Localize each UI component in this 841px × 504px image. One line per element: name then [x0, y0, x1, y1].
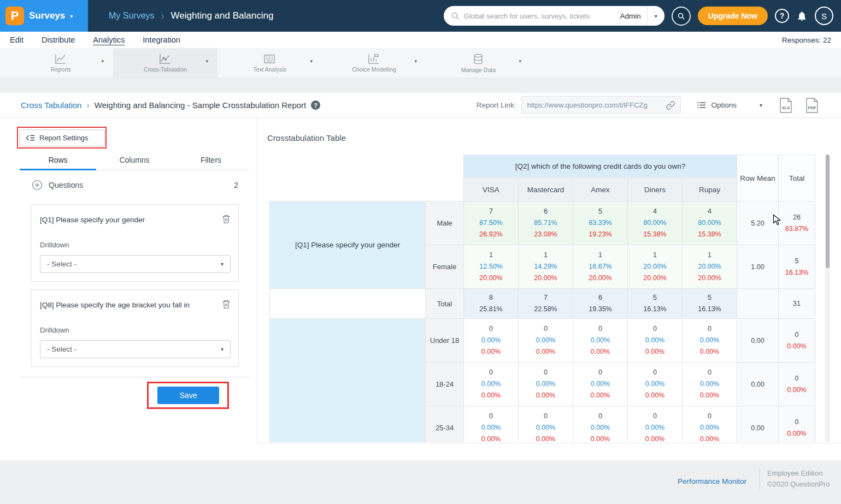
data-cell: 00.00%0.00%: [628, 319, 683, 363]
tool-cross-tabulation[interactable]: Cross-Tabulation ▾: [113, 48, 217, 78]
chevron-down-icon[interactable]: ▾: [205, 58, 208, 64]
data-cell: 00.00%0.00%: [628, 363, 683, 406]
crosstab-table-container: [Q2] which of the following credit cards…: [269, 155, 819, 442]
breadcrumb-my-surveys[interactable]: My Surveys: [109, 11, 155, 21]
export-pdf-button[interactable]: PDF: [805, 98, 819, 113]
topbar-actions: Admin ▾ Upgrade Now ? S: [444, 6, 841, 26]
divider: [20, 377, 249, 377]
cross-tabulation-icon: [159, 54, 171, 64]
breadcrumb: My Surveys › Weighting and Balancing: [109, 10, 273, 21]
report-link-box: [521, 96, 681, 114]
drilldown-label: Drilldown: [40, 241, 69, 249]
tab-filters[interactable]: Filters: [173, 153, 249, 170]
nav-analytics[interactable]: Analytics: [93, 35, 125, 44]
scrollbar-track[interactable]: [825, 155, 830, 442]
tool-label: Text Analysis: [253, 66, 286, 73]
chevron-down-icon[interactable]: ▾: [414, 58, 417, 64]
row-total-cell: 516.13%: [779, 245, 815, 289]
help-badge-icon[interactable]: ?: [311, 100, 320, 110]
nav-edit[interactable]: Edit: [10, 35, 23, 44]
spacer-strip: [0, 78, 841, 93]
data-cell: 00.00%0.00%: [683, 406, 737, 443]
upgrade-now-button[interactable]: Upgrade Now: [698, 7, 768, 25]
select-value: - Select -: [47, 260, 77, 268]
data-cell: 00.00%0.00%: [573, 406, 628, 443]
notifications-bell-icon[interactable]: [796, 10, 808, 22]
tool-text-analysis[interactable]: Text Analysis ▾: [217, 48, 322, 78]
data-cell: 825.81%: [464, 289, 519, 319]
row-label: Total: [426, 289, 464, 319]
help-icon[interactable]: ?: [775, 9, 789, 23]
drilldown-select[interactable]: - Select - ▾: [40, 255, 231, 273]
data-cell: 120.00%20.00%: [683, 245, 737, 289]
tool-manage-data[interactable]: Manage Data ▾: [426, 48, 531, 78]
table-row: Under 1800.00%0.00%00.00%0.00%00.00%0.00…: [270, 319, 815, 363]
tool-label: Choice Modelling: [352, 66, 396, 73]
chevron-down-icon[interactable]: ▾: [519, 58, 521, 64]
chevron-down-icon: ▾: [70, 13, 73, 19]
options-button[interactable]: Options: [697, 101, 737, 109]
questionpro-logo: P: [5, 7, 24, 25]
surveys-menu-button[interactable]: P Surveys ▾: [0, 0, 88, 32]
export-xls-button[interactable]: XLS: [779, 98, 793, 113]
total-header: Total: [779, 155, 815, 201]
page: { "topbar": { "logo_letter": "P", "produ…: [0, 0, 841, 504]
chevron-down-icon[interactable]: ▾: [647, 6, 664, 26]
pdf-label: PDF: [808, 105, 816, 110]
chevron-down-icon[interactable]: ▾: [101, 58, 104, 64]
row-mean-cell: 0.00: [737, 319, 779, 363]
report-settings-button[interactable]: Report Settings: [20, 129, 105, 146]
questions-header: Questions 2: [32, 180, 238, 191]
search-submit-button[interactable]: [672, 7, 691, 26]
performance-monitor-link[interactable]: Performance Monitor: [678, 477, 746, 485]
tool-label: Reports: [51, 66, 71, 73]
user-avatar[interactable]: S: [815, 7, 833, 25]
link-icon[interactable]: [666, 100, 675, 110]
choice-modelling-icon: [368, 54, 380, 64]
search-input[interactable]: [460, 12, 614, 20]
cross-tabulation-link[interactable]: Cross Tabulation: [21, 100, 81, 110]
data-cell: 120.00%20.00%: [628, 245, 683, 289]
search-icon: [451, 11, 460, 20]
add-question-icon[interactable]: [32, 180, 43, 191]
tab-rows[interactable]: Rows: [20, 153, 96, 170]
chevron-down-icon: ▾: [221, 346, 224, 352]
questions-label: Questions: [49, 181, 83, 189]
data-cell: 722.58%: [519, 289, 573, 319]
table-row: [Q1] Please specify your genderMale787.5…: [270, 201, 815, 245]
trash-icon[interactable]: [222, 214, 231, 224]
trash-icon[interactable]: [222, 299, 231, 309]
drilldown-select[interactable]: - Select - ▾: [40, 340, 231, 358]
nav-distribute[interactable]: Distribute: [42, 35, 75, 44]
data-cell: 00.00%0.00%: [628, 406, 683, 443]
tab-columns[interactable]: Columns: [96, 153, 173, 170]
options-label: Options: [711, 101, 737, 109]
column-header-diners: Diners: [628, 178, 683, 201]
report-link-input[interactable]: [527, 101, 666, 109]
data-cell: 516.13%: [683, 289, 737, 319]
save-button[interactable]: Save: [157, 387, 219, 404]
table-header-banner-row: [Q2] which of the following credit cards…: [270, 155, 815, 178]
data-cell: 00.00%0.00%: [519, 363, 573, 406]
nav-integration[interactable]: Integration: [143, 35, 180, 44]
report-settings-panel: Report Settings Rows Columns Filters Que…: [0, 118, 257, 443]
column-header-mastercard: Mastercard: [519, 178, 573, 201]
search-scope-selector[interactable]: Admin: [614, 12, 647, 20]
data-cell: 00.00%0.00%: [683, 363, 737, 406]
tool-reports[interactable]: Reports ▾: [9, 48, 113, 78]
scrollbar-thumb[interactable]: [826, 155, 830, 268]
tool-choice-modelling[interactable]: Choice Modelling ▾: [322, 48, 426, 78]
data-cell: 685.71%23.08%: [519, 201, 573, 245]
chevron-down-icon: ▾: [221, 261, 224, 267]
main-content: Report Settings Rows Columns Filters Que…: [0, 118, 841, 443]
column-header-visa: VISA: [464, 178, 519, 201]
data-cell: 116.67%20.00%: [573, 245, 628, 289]
chevron-down-icon[interactable]: ▾: [310, 58, 313, 64]
tool-label: Manage Data: [461, 67, 496, 73]
row-mean-header: Row Mean: [737, 155, 779, 201]
data-cell: 00.00%0.00%: [464, 406, 519, 443]
data-cell: 114.29%20.00%: [519, 245, 573, 289]
chevron-down-icon[interactable]: ▾: [760, 102, 762, 108]
survey-nav: Edit Distribute Analytics Integration Re…: [0, 32, 841, 48]
column-header-amex: Amex: [573, 178, 628, 201]
